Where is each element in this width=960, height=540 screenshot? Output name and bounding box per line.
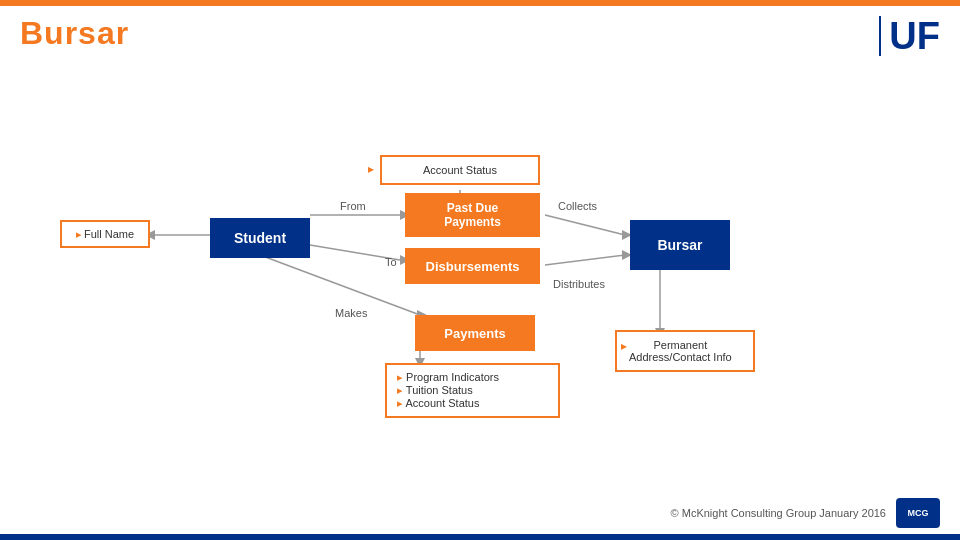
permanent-address-box: ▸ PermanentAddress/Contact Info (615, 330, 755, 372)
full-name-box: ▸ Full Name (60, 220, 150, 248)
bursar-box: Bursar (630, 220, 730, 270)
diagram-lines (0, 60, 960, 510)
diagram: Account Status ▸ From Past DuePayments C… (0, 60, 960, 510)
makes-label: Makes (335, 307, 367, 319)
payments-label: Payments (444, 326, 505, 341)
list-item-account: Account Status (397, 397, 548, 410)
distributes-label: Distributes (553, 278, 605, 290)
account-status-label: Account Status (423, 164, 497, 176)
list-item-program: Program Indicators (397, 371, 548, 384)
footer: © McKnight Consulting Group January 2016… (0, 498, 960, 528)
page-title: Bursar (20, 15, 129, 52)
header: Bursar UF (0, 6, 960, 60)
account-status-box: Account Status (380, 155, 540, 185)
student-label: Student (234, 230, 286, 246)
details-list: Program Indicators Tuition Status Accoun… (397, 371, 548, 410)
collects-label: Collects (558, 200, 597, 212)
svg-line-6 (545, 215, 625, 235)
payments-box: Payments (415, 315, 535, 351)
permanent-address-label: PermanentAddress/Contact Info (629, 339, 732, 363)
disbursements-box: Disbursements (405, 248, 540, 284)
past-due-box: Past DuePayments (405, 193, 540, 237)
from-label: From (340, 200, 366, 212)
account-status-bullet: ▸ (368, 162, 374, 176)
past-due-label: Past DuePayments (444, 201, 501, 230)
uf-text: UF (889, 17, 940, 55)
to-label: To (385, 256, 397, 268)
copyright-text: © McKnight Consulting Group January 2016 (671, 507, 886, 519)
full-name-label: Full Name (84, 228, 134, 240)
logo-divider (879, 16, 881, 56)
student-box: Student (210, 218, 310, 258)
bottom-bar (0, 534, 960, 540)
list-item-tuition: Tuition Status (397, 384, 548, 397)
svg-line-8 (545, 255, 625, 265)
mcg-logo: MCG (896, 498, 940, 528)
uf-logo: UF (879, 16, 940, 56)
bursar-label: Bursar (657, 237, 702, 253)
disbursements-label: Disbursements (426, 259, 520, 274)
details-list-box: Program Indicators Tuition Status Accoun… (385, 363, 560, 418)
